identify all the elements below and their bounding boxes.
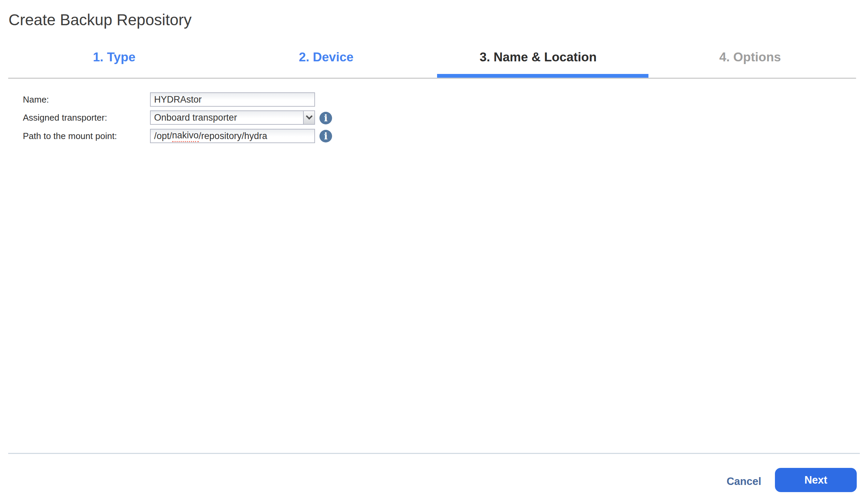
- name-input[interactable]: [150, 92, 315, 107]
- footer-divider: [8, 453, 860, 454]
- tab-type[interactable]: 1. Type: [8, 40, 220, 78]
- next-button[interactable]: Next: [775, 468, 857, 492]
- mount-path-input[interactable]: /opt/nakivo/repository/hydra: [150, 129, 315, 143]
- mount-path-label: Path to the mount point:: [23, 129, 146, 143]
- transporter-label: Assigned transporter:: [23, 111, 146, 125]
- transporter-selected-value: Onboard transporter: [151, 111, 303, 124]
- chevron-down-icon[interactable]: [303, 111, 314, 124]
- cancel-button[interactable]: Cancel: [717, 475, 771, 488]
- name-label: Name:: [23, 92, 146, 107]
- page-title: Create Backup Repository: [9, 11, 192, 28]
- tab-device[interactable]: 2. Device: [220, 40, 432, 78]
- tab-name-location[interactable]: 3. Name & Location: [432, 40, 644, 78]
- wizard-steps: 1. Type 2. Device 3. Name & Location 4. …: [8, 40, 856, 79]
- transporter-select[interactable]: Onboard transporter: [150, 111, 315, 125]
- transporter-info-icon[interactable]: i: [319, 112, 332, 124]
- mount-path-info-icon[interactable]: i: [319, 130, 332, 143]
- active-step-indicator: [437, 74, 648, 78]
- spellcheck-underline: nakivo: [172, 130, 199, 142]
- tab-options[interactable]: 4. Options: [644, 40, 856, 78]
